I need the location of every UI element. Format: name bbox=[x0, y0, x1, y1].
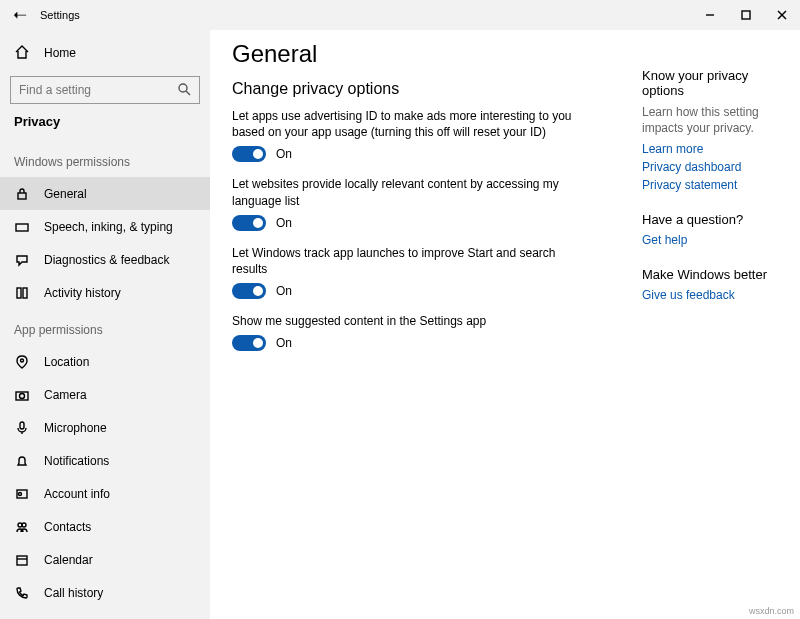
toggle-advertising-id[interactable] bbox=[232, 146, 266, 162]
sidebar-item-location[interactable]: Location bbox=[0, 345, 210, 378]
sidebar-item-callhistory[interactable]: Call history bbox=[0, 576, 210, 609]
sidebar-item-account[interactable]: Account info bbox=[0, 477, 210, 510]
sidebar-item-label: Contacts bbox=[44, 520, 91, 534]
toggle-suggested-content[interactable] bbox=[232, 335, 266, 351]
content-column: General Change privacy options Let apps … bbox=[232, 40, 612, 619]
svg-rect-10 bbox=[17, 288, 21, 298]
link-privacy-statement[interactable]: Privacy statement bbox=[642, 178, 776, 192]
lock-icon bbox=[14, 186, 30, 202]
search-input[interactable] bbox=[19, 83, 179, 97]
contacts-icon bbox=[14, 519, 30, 535]
sidebar: Home Privacy Windows permissions General… bbox=[0, 30, 210, 619]
watermark: wsxdn.com bbox=[749, 606, 794, 616]
microphone-icon bbox=[14, 420, 30, 436]
sidebar-item-label: General bbox=[44, 187, 87, 201]
page-subtitle: Change privacy options bbox=[232, 80, 612, 98]
feedback-icon bbox=[14, 252, 30, 268]
svg-rect-20 bbox=[17, 556, 27, 565]
info-privacy-head: Know your privacy options bbox=[642, 68, 776, 98]
sidebar-item-diagnostics[interactable]: Diagnostics & feedback bbox=[0, 243, 210, 276]
info-column: Know your privacy options Learn how this… bbox=[642, 40, 776, 619]
category-label: Privacy bbox=[0, 114, 210, 141]
setting-advertising-id: Let apps use advertising ID to make ads … bbox=[232, 108, 612, 162]
home-nav[interactable]: Home bbox=[0, 36, 210, 70]
group-windows-permissions: Windows permissions bbox=[0, 141, 210, 177]
sidebar-item-label: Diagnostics & feedback bbox=[44, 253, 169, 267]
sidebar-item-contacts[interactable]: Contacts bbox=[0, 510, 210, 543]
svg-point-12 bbox=[21, 359, 24, 362]
toggle-state: On bbox=[276, 336, 292, 350]
sidebar-item-general[interactable]: General bbox=[0, 177, 210, 210]
link-get-help[interactable]: Get help bbox=[642, 233, 776, 247]
svg-rect-1 bbox=[742, 11, 750, 19]
home-icon bbox=[14, 44, 30, 63]
svg-rect-11 bbox=[23, 288, 27, 298]
search-box[interactable] bbox=[10, 76, 200, 104]
info-privacy-sub: Learn how this setting impacts your priv… bbox=[642, 104, 776, 136]
back-button[interactable]: 🠐 bbox=[0, 7, 40, 23]
sidebar-item-label: Camera bbox=[44, 388, 87, 402]
sidebar-item-label: Account info bbox=[44, 487, 110, 501]
sidebar-item-notifications[interactable]: Notifications bbox=[0, 444, 210, 477]
setting-desc: Let websites provide locally relevant co… bbox=[232, 176, 592, 208]
sidebar-item-speech[interactable]: Speech, inking, & typing bbox=[0, 210, 210, 243]
account-icon bbox=[14, 486, 30, 502]
group-app-permissions: App permissions bbox=[0, 309, 210, 345]
home-label: Home bbox=[44, 46, 76, 60]
page-title: General bbox=[232, 40, 612, 68]
sidebar-item-label: Speech, inking, & typing bbox=[44, 220, 173, 234]
toggle-state: On bbox=[276, 284, 292, 298]
toggle-state: On bbox=[276, 216, 292, 230]
setting-language-list: Let websites provide locally relevant co… bbox=[232, 176, 612, 230]
svg-rect-15 bbox=[20, 422, 24, 429]
minimize-icon bbox=[705, 10, 715, 20]
sidebar-item-label: Location bbox=[44, 355, 89, 369]
close-icon bbox=[777, 10, 787, 20]
link-learn-more[interactable]: Learn more bbox=[642, 142, 776, 156]
info-feedback-head: Make Windows better bbox=[642, 267, 776, 282]
setting-desc: Let apps use advertising ID to make ads … bbox=[232, 108, 592, 140]
setting-desc: Let Windows track app launches to improv… bbox=[232, 245, 592, 277]
link-give-feedback[interactable]: Give us feedback bbox=[642, 288, 776, 302]
svg-point-14 bbox=[20, 393, 25, 398]
sidebar-item-activity[interactable]: Activity history bbox=[0, 276, 210, 309]
toggle-app-launches[interactable] bbox=[232, 283, 266, 299]
toggle-state: On bbox=[276, 147, 292, 161]
titlebar: 🠐 Settings bbox=[0, 0, 800, 30]
maximize-button[interactable] bbox=[728, 0, 764, 30]
sidebar-item-camera[interactable]: Camera bbox=[0, 378, 210, 411]
maximize-icon bbox=[741, 10, 751, 20]
sidebar-item-microphone[interactable]: Microphone bbox=[0, 411, 210, 444]
calendar-icon bbox=[14, 552, 30, 568]
setting-suggested-content: Show me suggested content in the Setting… bbox=[232, 313, 612, 351]
sidebar-item-label: Calendar bbox=[44, 553, 93, 567]
svg-point-4 bbox=[179, 84, 187, 92]
minimize-button[interactable] bbox=[692, 0, 728, 30]
close-button[interactable] bbox=[764, 0, 800, 30]
link-privacy-dashboard[interactable]: Privacy dashboard bbox=[642, 160, 776, 174]
bell-icon bbox=[14, 453, 30, 469]
svg-rect-7 bbox=[16, 224, 28, 231]
main-area: General Change privacy options Let apps … bbox=[210, 30, 800, 619]
sidebar-item-label: Activity history bbox=[44, 286, 121, 300]
svg-point-19 bbox=[22, 523, 26, 527]
info-question-head: Have a question? bbox=[642, 212, 776, 227]
toggle-language-list[interactable] bbox=[232, 215, 266, 231]
history-icon bbox=[14, 285, 30, 301]
keyboard-icon bbox=[14, 219, 30, 235]
sidebar-item-label: Notifications bbox=[44, 454, 109, 468]
svg-line-5 bbox=[186, 91, 190, 95]
phone-icon bbox=[14, 585, 30, 601]
sidebar-item-label: Call history bbox=[44, 586, 103, 600]
sidebar-item-calendar[interactable]: Calendar bbox=[0, 543, 210, 576]
sidebar-item-label: Microphone bbox=[44, 421, 107, 435]
setting-app-launches: Let Windows track app launches to improv… bbox=[232, 245, 612, 299]
setting-desc: Show me suggested content in the Setting… bbox=[232, 313, 592, 329]
location-icon bbox=[14, 354, 30, 370]
sidebar-item-email[interactable]: Email bbox=[0, 609, 210, 619]
window-title: Settings bbox=[40, 9, 80, 21]
camera-icon bbox=[14, 387, 30, 403]
svg-rect-6 bbox=[18, 193, 26, 199]
search-icon bbox=[177, 82, 191, 99]
svg-point-17 bbox=[19, 492, 22, 495]
